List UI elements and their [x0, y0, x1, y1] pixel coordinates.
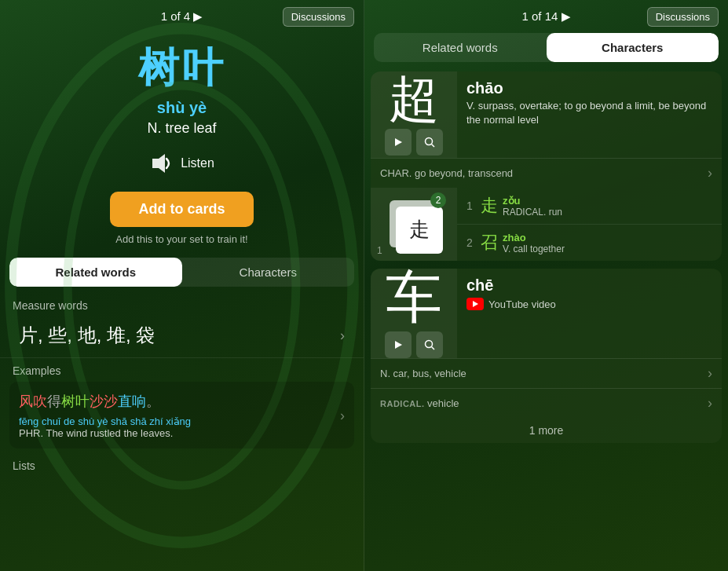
example-chinese: 风吹得树叶沙沙直响。: [19, 391, 345, 412]
right-tab-bar: Related words Characters: [374, 33, 719, 62]
right-panel: 1 of 14 ▶ Discussions Related words Char…: [364, 0, 728, 571]
ex-part-6: 。: [146, 393, 160, 409]
ex-part-2: 得: [47, 393, 61, 409]
svg-marker-7: [473, 301, 478, 307]
char-chao-meaning: V. surpass, overtake; to go beyond a lim…: [466, 99, 712, 127]
char-chao-info: chāo V. surpass, overtake; to go beyond …: [457, 71, 722, 158]
char-chao-visual: 超: [371, 71, 457, 158]
left-discussions-button[interactable]: Discussions: [283, 7, 354, 27]
chinese-title: 树叶: [138, 41, 226, 96]
pinyin: shù yè: [157, 99, 207, 117]
left-header: 1 of 4 ▶ Discussions: [0, 0, 364, 33]
comp-item-1[interactable]: 1 走 zǒu RADICAL. run: [457, 188, 722, 225]
left-panel: 1 of 4 ▶ Discussions 树叶 shù yè N. tree l…: [0, 0, 364, 571]
definition: N. tree leaf: [147, 120, 216, 137]
left-counter: 1 of 4 ▶: [161, 9, 203, 24]
char-chao-char-chevron: ›: [708, 165, 712, 181]
example-pinyin: fēng chuī de shù yè shā shā zhí xiǎng: [19, 415, 345, 427]
char-chao-char-meaning: CHAR. go beyond, transcend: [380, 167, 513, 179]
right-tab-characters[interactable]: Characters: [547, 33, 719, 62]
char-card-chao: 超 chāo V. surpass, overtake; to go beyon…: [371, 71, 722, 261]
svg-marker-0: [152, 154, 165, 173]
tab-characters[interactable]: Characters: [182, 258, 355, 287]
speaker-icon: [149, 152, 174, 174]
ex-part-5: 直响: [118, 393, 146, 409]
char-che-meaning-2-chevron: ›: [708, 395, 712, 412]
right-header: 1 of 14 ▶ Discussions: [364, 0, 728, 33]
char-card-chao-top: 超 chāo V. surpass, overtake; to go beyon…: [371, 71, 722, 158]
comp-item-1-details: zǒu RADICAL. run: [503, 195, 562, 218]
ex-part-4: 沙沙: [90, 393, 118, 409]
char-che-visual: 车: [371, 269, 457, 358]
play-triangle-icon: [471, 300, 479, 308]
char-chao-char-meaning-row[interactable]: CHAR. go beyond, transcend ›: [371, 158, 722, 188]
char-che-info: chē YouTube video: [457, 269, 722, 358]
char-che-meaning-1-chevron: ›: [708, 365, 712, 382]
example-def: PHR. The wind rustled the leaves.: [19, 427, 345, 439]
measure-words-chevron: ›: [340, 328, 345, 344]
right-counter: 1 of 14 ▶: [521, 9, 570, 24]
comp-item-2-def: V. call together: [503, 243, 565, 254]
svg-line-6: [432, 347, 435, 350]
play-icon-2: [393, 339, 404, 350]
char-card-che-top: 车 chē YouTube video: [371, 269, 722, 358]
youtube-row[interactable]: YouTube video: [466, 298, 712, 310]
example-chevron: ›: [340, 407, 345, 423]
svg-line-3: [432, 145, 435, 148]
comp-item-2-pinyin: zhào: [503, 232, 565, 243]
tab-related-words[interactable]: Related words: [9, 258, 182, 287]
right-discussions-button[interactable]: Discussions: [647, 7, 719, 27]
comp-list: 1 走 zǒu RADICAL. run 2 召 zhào V. call to…: [457, 188, 722, 261]
char-chao-glyph: 超: [389, 74, 439, 124]
listen-label: Listen: [181, 156, 214, 170]
comp-item-1-char: 走: [481, 194, 498, 218]
char-che-glyph: 车: [386, 269, 442, 325]
add-hint: Add this to your set to train it!: [115, 233, 247, 245]
char-che-meaning-2-row[interactable]: RADICAL. vehicle ›: [371, 388, 722, 418]
comp-card-front: 走: [396, 207, 443, 254]
more-row[interactable]: 1 more: [371, 418, 722, 443]
comp-badge: 2: [430, 192, 446, 208]
lists-label: Lists: [13, 459, 35, 472]
comp-item-2-num: 2: [466, 236, 481, 249]
svg-marker-1: [395, 138, 402, 146]
comp-num: 1: [377, 245, 382, 256]
youtube-icon: [466, 298, 484, 310]
youtube-label: YouTube video: [488, 298, 556, 310]
ex-part-1: 风吹: [19, 393, 47, 409]
search-icon-2: [424, 339, 435, 350]
svg-point-2: [426, 138, 433, 145]
examples-label: Examples: [13, 364, 60, 377]
char-che-meaning-1: N. car, bus, vehicle: [380, 368, 466, 379]
char-chao-audio-row: [385, 129, 443, 156]
play-icon: [393, 137, 404, 148]
char-che-play-button[interactable]: [385, 331, 412, 358]
char-chao-play-button[interactable]: [385, 129, 412, 156]
right-tab-related-words[interactable]: Related words: [374, 33, 547, 62]
search-icon: [424, 137, 435, 148]
left-tab-bar: Related words Characters: [9, 258, 354, 287]
components-section: 走 2 1 1 走 zǒu RADICAL. run 2 召: [371, 188, 722, 261]
comp-item-2[interactable]: 2 召 zhào V. call together: [457, 225, 722, 261]
svg-point-5: [426, 341, 433, 348]
char-chao-pinyin: chāo: [466, 79, 712, 97]
char-che-search-button[interactable]: [416, 331, 443, 358]
char-che-meanings: N. car, bus, vehicle › RADICAL. vehicle …: [371, 358, 722, 418]
listen-button[interactable]: Listen: [149, 152, 214, 174]
example-block[interactable]: 风吹得树叶沙沙直响。 fēng chuī de shù yè shā shā z…: [9, 382, 354, 448]
char-che-pinyin: chē: [466, 276, 493, 294]
comp-item-1-pinyin: zǒu: [503, 195, 562, 207]
char-chao-search-button[interactable]: [416, 129, 443, 156]
components-visual: 走 2 1: [371, 188, 457, 261]
add-to-cards-button[interactable]: Add to cards: [110, 192, 253, 227]
measure-words-row[interactable]: 片, 些, 地, 堆, 袋 ›: [9, 315, 354, 356]
char-che-meaning-1-row[interactable]: N. car, bus, vehicle ›: [371, 358, 722, 388]
char-card-che: 车 chē YouTube video: [371, 269, 722, 443]
ex-part-3: 树叶: [61, 393, 90, 409]
comp-item-2-details: zhào V. call together: [503, 232, 565, 254]
comp-item-1-def: RADICAL. run: [503, 207, 562, 218]
measure-words-label: Measure words: [13, 299, 88, 312]
comp-item-1-num: 1: [466, 199, 481, 212]
measure-words: 片, 些, 地, 堆, 袋: [19, 323, 155, 348]
radical-label: RADICAL.: [380, 399, 427, 408]
